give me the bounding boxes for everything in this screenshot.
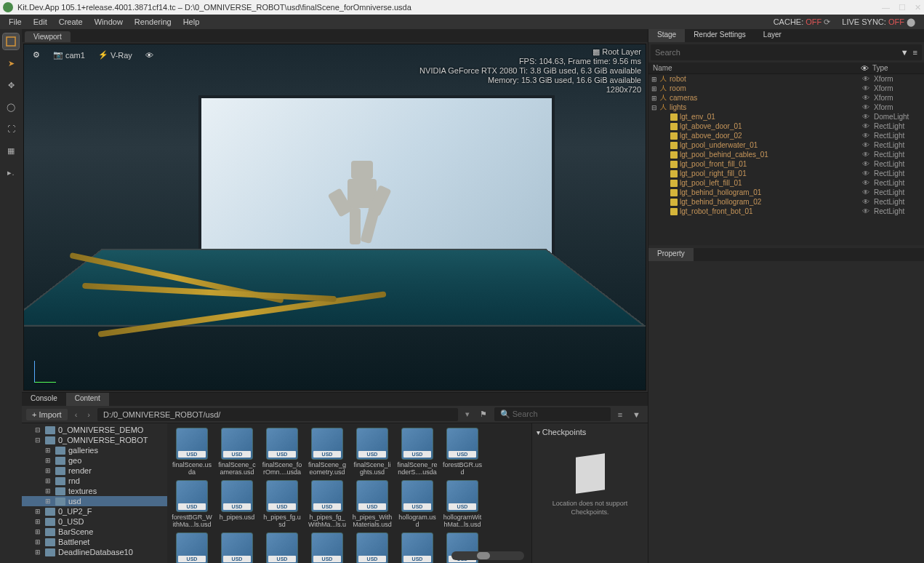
- tree-node[interactable]: ⊞Battlenet: [22, 537, 167, 547]
- tree-node[interactable]: ⊞0_USD: [22, 516, 167, 527]
- checkpoints-header[interactable]: ▾ Checkpoints: [537, 428, 643, 441]
- stage-row[interactable]: lgt_above_door_02👁RectLight: [648, 131, 924, 140]
- tool-move[interactable]: ✥: [3, 77, 19, 93]
- stage-row[interactable]: ⊟人lights👁Xform: [648, 103, 924, 112]
- cache-status[interactable]: CACHE: OFF ⟳: [768, 16, 837, 28]
- content-item[interactable]: USDfinalScene_lights.usd: [352, 428, 393, 476]
- stage-row[interactable]: lgt_robot_front_bot_01👁RectLight: [648, 207, 924, 216]
- menu-edit[interactable]: Edit: [28, 16, 53, 28]
- stage-row[interactable]: lgt_pool_left_fill_01👁RectLight: [648, 178, 924, 188]
- path-dropdown-icon[interactable]: ▾: [462, 408, 473, 420]
- tool-cursor[interactable]: ➤: [3, 55, 19, 71]
- tree-node[interactable]: ⊞BarScene: [22, 527, 167, 537]
- filter-icon[interactable]: ▼: [901, 48, 909, 57]
- stage-search[interactable]: ▼ ≡: [651, 44, 922, 60]
- renderer-selector[interactable]: ⚡ V-Ray: [94, 49, 137, 61]
- content-item[interactable]: USDfinalScene_geometry.usd: [307, 428, 347, 476]
- thumbnail-size-slider[interactable]: [451, 551, 524, 560]
- nav-back-icon[interactable]: ‹: [72, 409, 81, 420]
- tool-snap[interactable]: ▦: [3, 143, 19, 159]
- tree-node[interactable]: ⊞rnd: [22, 476, 167, 486]
- tree-node[interactable]: ⊟0_OMNIVERSE_DEMO: [22, 425, 167, 435]
- stage-row[interactable]: ⊞人robot👁Xform: [648, 74, 924, 84]
- tree-node[interactable]: ⊞galleries: [22, 445, 167, 455]
- stage-row[interactable]: lgt_above_door_01👁RectLight: [648, 121, 924, 131]
- tree-node[interactable]: ⊞geo: [22, 455, 167, 466]
- tree-node[interactable]: ⊞render: [22, 466, 167, 476]
- content-item[interactable]: USDhollogram.usd: [397, 480, 438, 528]
- stage-row[interactable]: lgt_pool_right_fill_01👁RectLight: [648, 169, 924, 178]
- stage-row[interactable]: lgt_env_01👁DomeLight: [648, 112, 924, 121]
- filter-icon[interactable]: ▼: [630, 409, 643, 420]
- content-item[interactable]: USDfinalScene.usda: [172, 428, 212, 476]
- root-layer-button[interactable]: ▩ Root Layer: [419, 47, 641, 57]
- content-item[interactable]: USDfinalScene_renderS....usda: [397, 428, 438, 476]
- tab-viewport[interactable]: Viewport: [25, 31, 71, 42]
- tab-stage[interactable]: Stage: [648, 29, 685, 42]
- content-item[interactable]: USD: [262, 532, 302, 563]
- menu-rendering[interactable]: Rendering: [129, 16, 177, 28]
- content-tree[interactable]: ⊟0_OMNIVERSE_DEMO⊟0_OMNIVERSE_ROBOT⊞gall…: [22, 423, 167, 563]
- content-item[interactable]: USDforestBGR_WithMa...ls.usd: [172, 480, 212, 528]
- content-item[interactable]: USD: [352, 532, 393, 563]
- tree-node[interactable]: ⊞usd: [22, 496, 167, 506]
- content-item[interactable]: USDfinalScene_cameras.usd: [217, 428, 257, 476]
- bookmark-icon[interactable]: ⚑: [477, 408, 490, 420]
- close-icon[interactable]: ✕: [915, 3, 921, 12]
- content-item[interactable]: USDforestBGR.usd: [442, 428, 483, 476]
- stage-row[interactable]: lgt_behind_hollogram_01👁RectLight: [648, 188, 924, 197]
- path-field[interactable]: D:/0_OMNIVERSE_ROBOT/usd/: [97, 408, 458, 421]
- tree-node[interactable]: ⊟0_OMNIVERSE_ROBOT: [22, 435, 167, 445]
- minimize-icon[interactable]: —: [882, 3, 890, 12]
- menu-window[interactable]: Window: [89, 16, 129, 28]
- content-item[interactable]: USDh_pipes_fg_WithMa...ls.usd: [307, 480, 347, 528]
- stage-row[interactable]: lgt_behind_hollogram_02👁RectLight: [648, 197, 924, 207]
- content-search[interactable]: 🔍 Search: [494, 407, 611, 421]
- stage-search-input[interactable]: [655, 48, 898, 57]
- tree-node[interactable]: ⊞textures: [22, 486, 167, 496]
- content-item[interactable]: USDhollogramWithMat...ls.usd: [442, 480, 483, 528]
- tab-layer[interactable]: Layer: [755, 29, 790, 42]
- menu-help[interactable]: Help: [177, 16, 206, 28]
- col-type[interactable]: Type: [872, 64, 920, 72]
- stage-row[interactable]: lgt_pool_underwater_01👁RectLight: [648, 140, 924, 150]
- content-item[interactable]: USDinstallationWithM...s.usd: [217, 532, 257, 563]
- tool-scale[interactable]: ⛶: [3, 121, 19, 137]
- stage-tree[interactable]: ⊞人robot👁Xform⊞人room👁Xform⊞人cameras👁Xform…: [648, 74, 924, 245]
- content-item[interactable]: USDinstallation.usd: [172, 532, 212, 563]
- menu-create[interactable]: Create: [53, 16, 89, 28]
- nav-fwd-icon[interactable]: ›: [84, 409, 93, 420]
- tab-render-settings[interactable]: Render Settings: [685, 29, 755, 42]
- content-item[interactable]: USDh_pipes_WithMaterials.usd: [352, 480, 393, 528]
- tree-node[interactable]: ⊞0_UP2_F: [22, 506, 167, 516]
- content-grid[interactable]: USDfinalScene.usdaUSDfinalScene_cameras.…: [167, 423, 531, 563]
- content-item[interactable]: USDfinalScene_forOmn....usda: [262, 428, 302, 476]
- content-item[interactable]: USD: [307, 532, 347, 563]
- tab-console[interactable]: Console: [22, 393, 66, 406]
- stage-row[interactable]: lgt_pool_front_fill_01👁RectLight: [648, 159, 924, 169]
- col-name[interactable]: Name: [653, 64, 861, 72]
- visibility-icon[interactable]: 👁: [141, 49, 158, 61]
- tree-node[interactable]: ⊞DeadlineDatabase10: [22, 547, 167, 557]
- content-item[interactable]: USDh_pipes_fg.usd: [262, 480, 302, 528]
- viewport[interactable]: ⚙ 📷 cam1 ⚡ V-Ray 👁 ▩ Root Layer FPS: 104…: [23, 44, 646, 391]
- tool-play[interactable]: ▸.: [3, 164, 19, 180]
- options-icon[interactable]: ≡: [913, 48, 917, 57]
- tab-content[interactable]: Content: [66, 393, 109, 406]
- livesync-status[interactable]: LIVE SYNC: OFF ⬤: [836, 16, 921, 28]
- tool-rotate[interactable]: ◯: [3, 99, 19, 115]
- camera-selector[interactable]: 📷 cam1: [49, 49, 89, 61]
- view-options-icon[interactable]: ≡: [615, 409, 625, 420]
- menu-file[interactable]: File: [3, 16, 28, 28]
- viewport-settings-icon[interactable]: ⚙: [28, 49, 44, 61]
- tool-select[interactable]: [3, 33, 19, 49]
- import-button[interactable]: + Import: [26, 409, 68, 420]
- content-item[interactable]: USD: [397, 532, 438, 563]
- col-visibility-icon[interactable]: 👁: [861, 64, 872, 73]
- stage-row[interactable]: ⊞人cameras👁Xform: [648, 93, 924, 103]
- maximize-icon[interactable]: ☐: [899, 3, 906, 12]
- stage-row[interactable]: ⊞人room👁Xform: [648, 84, 924, 93]
- stage-row[interactable]: lgt_pool_behind_cables_01👁RectLight: [648, 150, 924, 159]
- tab-property[interactable]: Property: [648, 248, 694, 261]
- content-item[interactable]: USDh_pipes.usd: [217, 480, 257, 528]
